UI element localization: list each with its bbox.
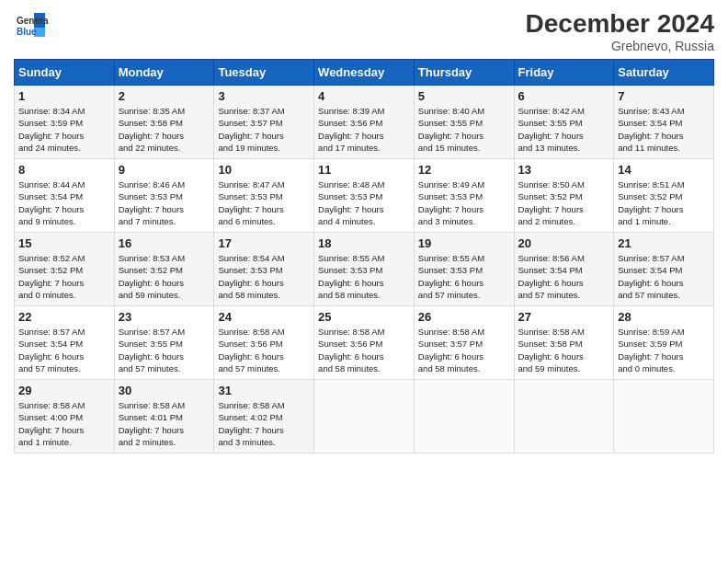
info-line: Sunset: 3:52 PM [18, 264, 110, 276]
day-info: Sunrise: 8:59 AMSunset: 3:59 PMDaylight:… [618, 326, 710, 374]
calendar-cell: 13Sunrise: 8:50 AMSunset: 3:52 PMDayligh… [514, 159, 614, 233]
calendar-table: Sunday Monday Tuesday Wednesday Thursday… [14, 59, 714, 454]
info-line: Daylight: 6 hours [418, 277, 510, 289]
calendar-cell: 30Sunrise: 8:58 AMSunset: 4:01 PMDayligh… [114, 380, 214, 454]
day-number: 27 [518, 310, 610, 324]
info-line: and 3 minutes. [218, 436, 310, 448]
info-line: Sunrise: 8:39 AM [318, 105, 410, 117]
info-line: and 17 minutes. [318, 142, 410, 154]
info-line: Sunset: 3:58 PM [119, 117, 210, 129]
info-line: Daylight: 7 hours [18, 277, 110, 289]
calendar-cell [414, 380, 514, 454]
info-line: Daylight: 7 hours [318, 203, 410, 215]
day-number: 12 [418, 163, 510, 177]
info-line: Sunset: 3:58 PM [518, 338, 610, 350]
info-line: and 59 minutes. [518, 362, 610, 374]
day-number: 26 [418, 310, 510, 324]
calendar-cell: 22Sunrise: 8:57 AMSunset: 3:54 PMDayligh… [15, 306, 115, 380]
info-line: Daylight: 7 hours [418, 203, 510, 215]
info-line: Sunrise: 8:52 AM [18, 252, 110, 264]
info-line: Sunset: 3:52 PM [618, 190, 710, 202]
info-line: Sunset: 3:59 PM [18, 117, 110, 129]
info-line: Sunset: 3:53 PM [318, 190, 410, 202]
calendar-week-2: 15Sunrise: 8:52 AMSunset: 3:52 PMDayligh… [15, 233, 714, 306]
day-info: Sunrise: 8:50 AMSunset: 3:52 PMDaylight:… [518, 178, 610, 227]
day-number: 30 [119, 384, 210, 397]
info-line: Sunset: 3:56 PM [318, 338, 410, 350]
day-number: 31 [218, 384, 310, 397]
info-line: Sunset: 3:55 PM [518, 117, 610, 129]
info-line: Daylight: 7 hours [518, 130, 610, 142]
day-number: 5 [418, 89, 510, 103]
info-line: Sunset: 3:53 PM [418, 264, 510, 276]
info-line: and 7 minutes. [119, 215, 210, 227]
info-line: Sunrise: 8:58 AM [218, 326, 310, 338]
day-number: 20 [518, 236, 610, 250]
month-title: December 2024 [526, 9, 714, 39]
day-info: Sunrise: 8:44 AMSunset: 3:54 PMDaylight:… [18, 178, 110, 227]
info-line: Sunset: 4:02 PM [218, 411, 310, 423]
day-info: Sunrise: 8:57 AMSunset: 3:54 PMDaylight:… [18, 326, 110, 374]
info-line: and 11 minutes. [618, 142, 710, 154]
calendar-cell: 24Sunrise: 8:58 AMSunset: 3:56 PMDayligh… [214, 306, 314, 380]
calendar-cell: 7Sunrise: 8:43 AMSunset: 3:54 PMDaylight… [614, 86, 714, 159]
info-line: and 58 minutes. [218, 289, 310, 301]
info-line: Sunset: 3:52 PM [119, 264, 210, 276]
info-line: Sunrise: 8:58 AM [18, 399, 110, 411]
info-line: Sunset: 3:56 PM [218, 338, 310, 350]
day-number: 9 [119, 163, 210, 177]
info-line: Sunset: 3:52 PM [518, 190, 610, 202]
info-line: Sunset: 3:53 PM [318, 264, 410, 276]
col-wednesday: Wednesday [314, 60, 415, 86]
info-line: and 3 minutes. [418, 215, 510, 227]
info-line: and 1 minute. [618, 215, 710, 227]
day-info: Sunrise: 8:55 AMSunset: 3:53 PMDaylight:… [318, 252, 410, 301]
info-line: Sunrise: 8:54 AM [218, 252, 310, 264]
col-thursday: Thursday [414, 60, 514, 86]
calendar-cell: 9Sunrise: 8:46 AMSunset: 3:53 PMDaylight… [114, 159, 214, 233]
info-line: Sunrise: 8:46 AM [119, 178, 210, 190]
day-info: Sunrise: 8:58 AMSunset: 4:00 PMDaylight:… [18, 399, 110, 448]
info-line: and 57 minutes. [418, 289, 510, 301]
info-line: Sunrise: 8:35 AM [119, 105, 210, 117]
info-line: Sunset: 3:55 PM [119, 338, 210, 350]
day-info: Sunrise: 8:58 AMSunset: 4:02 PMDaylight:… [218, 399, 310, 448]
info-line: Sunrise: 8:43 AM [618, 105, 710, 117]
info-line: Daylight: 7 hours [218, 424, 310, 436]
info-line: Sunset: 3:59 PM [618, 338, 710, 350]
info-line: Sunset: 3:53 PM [119, 190, 210, 202]
day-number: 4 [318, 89, 410, 103]
info-line: Sunset: 3:54 PM [18, 190, 110, 202]
info-line: Sunrise: 8:40 AM [418, 105, 510, 117]
info-line: Sunrise: 8:58 AM [418, 326, 510, 338]
calendar-cell: 16Sunrise: 8:53 AMSunset: 3:52 PMDayligh… [114, 233, 214, 306]
calendar-cell: 6Sunrise: 8:42 AMSunset: 3:55 PMDaylight… [514, 86, 614, 159]
svg-text:Blue: Blue [17, 27, 37, 37]
day-info: Sunrise: 8:47 AMSunset: 3:53 PMDaylight:… [218, 178, 310, 227]
svg-text:General: General [17, 16, 49, 26]
day-number: 6 [518, 89, 610, 103]
day-info: Sunrise: 8:48 AMSunset: 3:53 PMDaylight:… [318, 178, 410, 227]
info-line: Sunrise: 8:49 AM [418, 178, 510, 190]
info-line: Sunrise: 8:51 AM [618, 178, 710, 190]
calendar-cell: 20Sunrise: 8:56 AMSunset: 3:54 PMDayligh… [514, 233, 614, 306]
day-number: 17 [218, 236, 310, 250]
calendar-cell [614, 380, 714, 454]
info-line: Sunset: 3:53 PM [218, 264, 310, 276]
info-line: and 0 minutes. [618, 362, 710, 374]
calendar-cell [514, 380, 614, 454]
calendar-cell: 18Sunrise: 8:55 AMSunset: 3:53 PMDayligh… [314, 233, 415, 306]
day-info: Sunrise: 8:46 AMSunset: 3:53 PMDaylight:… [119, 178, 210, 227]
calendar-cell: 29Sunrise: 8:58 AMSunset: 4:00 PMDayligh… [15, 380, 115, 454]
calendar-cell: 15Sunrise: 8:52 AMSunset: 3:52 PMDayligh… [15, 233, 115, 306]
info-line: Daylight: 7 hours [18, 203, 110, 215]
info-line: Sunset: 3:53 PM [418, 190, 510, 202]
day-number: 7 [618, 89, 710, 103]
day-number: 14 [618, 163, 710, 177]
info-line: Sunrise: 8:47 AM [218, 178, 310, 190]
info-line: and 1 minute. [18, 436, 110, 448]
col-saturday: Saturday [614, 60, 714, 86]
info-line: Sunset: 3:55 PM [418, 117, 510, 129]
info-line: Daylight: 6 hours [418, 350, 510, 362]
info-line: and 24 minutes. [18, 142, 110, 154]
